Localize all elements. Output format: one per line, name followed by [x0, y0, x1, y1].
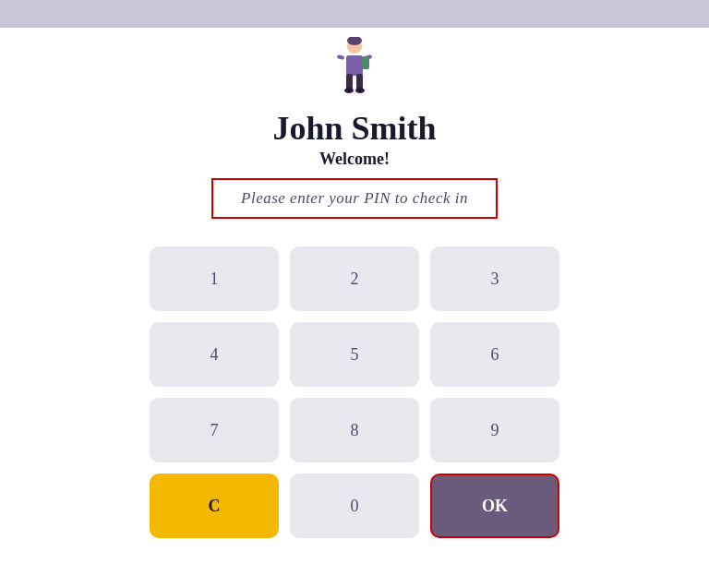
svg-point-5 [344, 88, 354, 93]
pin-prompt: Please enter your PIN to check in [211, 178, 498, 219]
svg-rect-7 [336, 54, 344, 60]
key-ok[interactable]: OK [430, 474, 559, 538]
welcome-text: Welcome! [319, 150, 390, 169]
svg-rect-9 [362, 56, 369, 69]
key-1[interactable]: 1 [150, 246, 279, 311]
key-8[interactable]: 8 [290, 398, 419, 462]
top-bar [0, 0, 709, 28]
avatar-area [330, 37, 380, 102]
user-name: John Smith [272, 109, 436, 148]
key-9[interactable]: 9 [430, 398, 559, 462]
svg-rect-2 [346, 55, 363, 76]
person-icon [330, 37, 380, 102]
svg-point-6 [355, 88, 365, 93]
key-6[interactable]: 6 [430, 322, 559, 387]
key-3[interactable]: 3 [430, 246, 559, 311]
key-4[interactable]: 4 [150, 322, 279, 387]
key-2[interactable]: 2 [290, 246, 419, 311]
key-7[interactable]: 7 [150, 398, 279, 462]
key-5[interactable]: 5 [290, 322, 419, 387]
key-0[interactable]: 0 [290, 474, 419, 538]
keypad: 1 2 3 4 5 6 7 8 9 C 0 OK [150, 246, 559, 538]
key-clear[interactable]: C [150, 474, 279, 538]
